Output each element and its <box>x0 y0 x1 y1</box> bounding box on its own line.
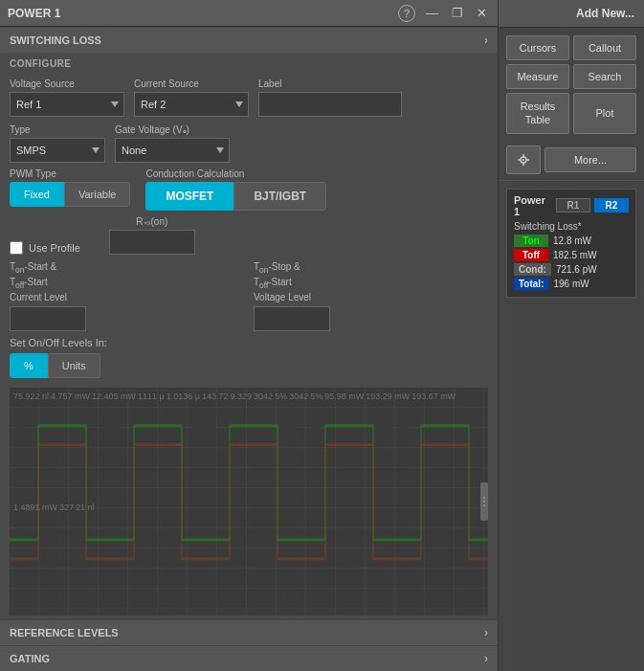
conduction-toggle-group: MOSFET BJT/IGBT <box>145 182 326 211</box>
label-group: Label Switching Loss <box>258 78 402 117</box>
pwm-toggle-group: Fixed Variable <box>10 182 130 207</box>
type-label: Type <box>10 124 105 135</box>
sidebar-icon-row: More... <box>499 142 644 178</box>
pwm-fixed-button[interactable]: Fixed <box>10 182 64 207</box>
ton-stop-group: Ton-Stop &Toff-StartVoltage Level 5% <box>254 260 488 331</box>
window-title: POWER 1 <box>8 7 60 20</box>
restore-button[interactable]: ❐ <box>449 6 466 20</box>
use-profile-row: Use Profile <box>10 241 80 255</box>
more-button[interactable]: More... <box>544 147 636 172</box>
numbers-overlay: 75.922 nl 4.757 mW 12.405 mW 1111 μ 1.01… <box>10 388 488 615</box>
reference-levels-section[interactable]: REFERENCE LEVELS › <box>0 619 498 645</box>
rds-group: Rₓₛ(on) 20 mohm <box>109 216 195 255</box>
label-label: Label <box>258 78 402 89</box>
on-off-label: Set On/Off Levels In: <box>10 337 488 348</box>
ton-start-label: Ton-Start &Toff-StartCurrent Level <box>10 260 244 303</box>
main-panel: POWER 1 ? — ❐ ✕ SWITCHING LOSS › CONFIGU… <box>0 0 498 671</box>
total-value: 196 mW <box>553 279 588 289</box>
voltage-source-label: Voltage Source <box>10 78 124 89</box>
gate-voltage-label: Gate Voltage (Vₒ) <box>115 124 230 135</box>
type-row: Type SMPS Gate Voltage (Vₒ) None <box>10 124 488 163</box>
switching-loss-label: SWITCHING LOSS <box>10 34 101 46</box>
gate-voltage-group: Gate Voltage (Vₒ) None <box>115 124 230 163</box>
cursors-button[interactable]: Cursors <box>506 35 569 60</box>
type-group: Type SMPS <box>10 124 105 163</box>
voltage-source-select[interactable]: Ref 1 <box>10 92 124 117</box>
ton-value: 12.8 mW <box>553 235 591 246</box>
plot-button[interactable]: Plot <box>573 93 636 134</box>
sources-row: Voltage Source Ref 1 Current Source Ref … <box>10 78 488 117</box>
rds-row: Use Profile Rₓₛ(on) 20 mohm <box>10 216 488 255</box>
current-source-select[interactable]: Ref 2 <box>134 92 249 117</box>
on-off-toggle-row: % Units <box>10 353 488 378</box>
conduction-group: Conduction Calculation MOSFET BJT/IGBT <box>145 168 326 211</box>
gating-chevron: › <box>484 652 488 665</box>
bottom-sections: REFERENCE LEVELS › GATING › <box>0 619 498 671</box>
power-result-box: Power 1 R1 R2 Switching Loss* Ton 12.8 m… <box>506 189 636 298</box>
graph-area: 75.922 nl 4.757 mW 12.405 mW 1111 μ 1.01… <box>10 388 488 615</box>
gate-voltage-select[interactable]: None <box>115 138 230 163</box>
ton-result-row: Ton 12.8 mW <box>514 235 629 247</box>
configure-label: CONFIGURE <box>0 53 498 73</box>
units-button[interactable]: Units <box>48 353 100 378</box>
rds-input[interactable]: 20 mohm <box>109 230 195 255</box>
type-select[interactable]: SMPS <box>10 138 105 163</box>
mosfet-button[interactable]: MOSFET <box>145 182 233 211</box>
settings-icon-button[interactable] <box>506 145 541 174</box>
ton-stop-label: Ton-Stop &Toff-StartVoltage Level <box>254 260 488 303</box>
use-profile-label: Use Profile <box>29 242 80 254</box>
label-input[interactable]: Switching Loss <box>258 92 402 117</box>
pwm-variable-button[interactable]: Variable <box>64 182 131 207</box>
sidebar-panel: Add New... Cursors Callout Measure Searc… <box>498 0 644 671</box>
close-button[interactable]: ✕ <box>474 6 490 20</box>
reference-levels-label: REFERENCE LEVELS <box>10 627 119 638</box>
toff-value: 182.5 mW <box>553 250 597 260</box>
gating-label: GATING <box>10 653 50 664</box>
search-button[interactable]: Search <box>573 64 636 89</box>
ton-start-input[interactable]: 5% <box>10 306 86 331</box>
ton-stop-input[interactable]: 5% <box>254 306 330 331</box>
measure-button[interactable]: Measure <box>506 64 569 89</box>
badge-r1: R1 <box>556 198 590 212</box>
cond-badge: Cond: <box>514 263 551 276</box>
power1-label: Power 1 <box>514 194 552 217</box>
form-row-1: Voltage Source Ref 1 Current Source Ref … <box>0 73 498 168</box>
rds-label: Rₓₛ(on) <box>136 216 167 227</box>
help-icon[interactable]: ? <box>398 5 415 22</box>
toff-badge: Toff <box>514 249 548 261</box>
reference-levels-chevron: › <box>484 626 488 639</box>
pwm-type-label: PWM Type <box>10 168 130 179</box>
title-bar-left: POWER 1 <box>8 7 60 20</box>
bjt-igbt-button[interactable]: BJT/IGBT <box>233 182 326 211</box>
pwm-group: PWM Type Fixed Variable <box>10 168 130 207</box>
total-badge: Total: <box>514 278 548 290</box>
callout-button[interactable]: Callout <box>573 35 636 60</box>
power-result-title: Power 1 R1 R2 <box>514 194 629 217</box>
current-source-group: Current Source Ref 2 <box>134 78 249 117</box>
pwm-cond-row: PWM Type Fixed Variable Conduction Calcu… <box>0 168 498 216</box>
sidebar-title: Add New... <box>499 0 644 28</box>
ton-start-group: Ton-Start &Toff-StartCurrent Level 5% <box>10 260 244 331</box>
on-off-section: Set On/Off Levels In: % Units <box>0 337 498 384</box>
voltage-source-group: Voltage Source Ref 1 <box>10 78 124 117</box>
use-profile-checkbox[interactable] <box>10 241 23 255</box>
ton-toff-row: Ton-Start &Toff-StartCurrent Level 5% To… <box>0 260 498 337</box>
conduction-label: Conduction Calculation <box>145 168 326 179</box>
sidebar-btn-grid: Cursors Callout Measure Search Results T… <box>499 28 644 142</box>
svg-point-1 <box>522 159 524 161</box>
cond-result-row: Cond: 721.6 pW <box>514 263 629 276</box>
ton-badge: Ton <box>514 235 548 247</box>
switching-loss-chevron: › <box>484 34 488 47</box>
current-source-label: Current Source <box>134 78 249 89</box>
rds-section: Use Profile Rₓₛ(on) 20 mohm <box>0 216 498 260</box>
minimize-button[interactable]: — <box>423 6 441 20</box>
cond-value: 721.6 pW <box>556 264 597 275</box>
results-table-button[interactable]: Results Table <box>506 93 569 134</box>
gating-section[interactable]: GATING › <box>0 645 498 671</box>
drag-handle[interactable] <box>480 482 488 521</box>
sidebar-divider <box>499 180 644 181</box>
percent-button[interactable]: % <box>10 353 48 378</box>
badge-r2: R2 <box>594 198 629 212</box>
toff-result-row: Toff 182.5 mW <box>514 249 629 261</box>
switching-loss-section[interactable]: SWITCHING LOSS › <box>0 27 498 53</box>
